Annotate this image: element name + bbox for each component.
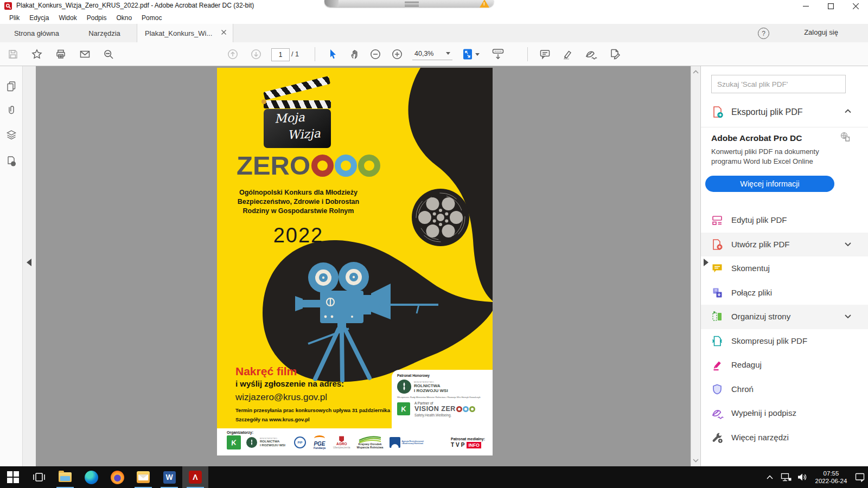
arimr-icon bbox=[390, 437, 400, 448]
film-reel-icon bbox=[412, 189, 469, 246]
poster-subtitle: Ogólnopolski Konkurs dla Młodzieży Bezpi… bbox=[222, 188, 374, 216]
window-title: Plakat_Konkurs_Wizja_Zero_KRUS_2022.pdf … bbox=[16, 2, 254, 9]
hand-tool-icon[interactable] bbox=[346, 46, 363, 62]
next-page-icon[interactable] bbox=[247, 46, 265, 62]
select-tool-icon[interactable] bbox=[324, 46, 342, 62]
collapse-left-arrow-icon[interactable] bbox=[27, 259, 31, 266]
export-pdf-icon bbox=[711, 106, 724, 119]
acrobat-button[interactable]: Λ bbox=[182, 466, 208, 488]
chevron-down-icon[interactable] bbox=[844, 242, 852, 247]
export-pdf-row[interactable]: Eksportuj plik PDF bbox=[701, 101, 868, 125]
help-icon[interactable]: ? bbox=[758, 28, 769, 39]
menu-pomoc[interactable]: Pomoc bbox=[137, 14, 167, 22]
left-pane-collapse-strip[interactable] bbox=[23, 66, 36, 466]
zoom-level-dropdown[interactable]: 40,3% bbox=[412, 47, 452, 60]
mail-client-button[interactable] bbox=[130, 466, 156, 488]
tab-tools[interactable]: Narzędzia bbox=[73, 24, 136, 42]
email-icon[interactable] bbox=[76, 46, 93, 62]
tool-combine-files[interactable]: Połącz pliki bbox=[701, 281, 868, 305]
more-info-button[interactable]: Więcej informacji bbox=[705, 176, 834, 192]
tool-compress-pdf[interactable]: Skompresuj plik PDF bbox=[701, 329, 868, 354]
edge-button[interactable] bbox=[78, 466, 104, 488]
layers-icon[interactable] bbox=[5, 129, 17, 141]
zoom-in-icon[interactable] bbox=[388, 46, 406, 62]
compress-pdf-icon bbox=[711, 335, 723, 347]
close-button[interactable] bbox=[843, 0, 868, 12]
tools-panel: Eksportuj plik PDF Adobe Acrobat Pro DC … bbox=[700, 66, 868, 466]
fill-sign-tool-icon[interactable] bbox=[583, 46, 600, 62]
acrobat-app-icon bbox=[4, 2, 12, 10]
comment-tool-icon[interactable] bbox=[536, 46, 553, 62]
taskbar-clock[interactable]: 07:55 2022-06-24 bbox=[810, 470, 852, 485]
search-icon[interactable] bbox=[100, 46, 117, 62]
page-number-input[interactable] bbox=[271, 48, 290, 61]
start-button[interactable] bbox=[0, 466, 26, 488]
zoom-caret-icon bbox=[446, 52, 450, 55]
network-icon[interactable] bbox=[778, 466, 794, 488]
tool-edit-pdf[interactable]: Edytuj plik PDF bbox=[701, 208, 868, 233]
star-icon[interactable] bbox=[28, 46, 46, 62]
print-icon[interactable] bbox=[52, 46, 69, 62]
tool-more-tools[interactable]: Więcej narzędzi bbox=[701, 426, 868, 450]
tool-fill-sign[interactable]: Wypełnij i podpisz bbox=[701, 401, 868, 426]
tab-close-icon[interactable] bbox=[221, 30, 226, 35]
sign-in-link[interactable]: Zaloguj się bbox=[804, 28, 838, 36]
poster-cta-headline: Nakręć film bbox=[235, 365, 297, 378]
tray-expand-icon[interactable] bbox=[762, 466, 778, 488]
tool-create-pdf[interactable]: Utwórz plik PDF bbox=[701, 233, 868, 257]
scrolling-mode-icon[interactable] bbox=[489, 46, 507, 62]
tool-redact[interactable]: Redaguj bbox=[701, 353, 868, 377]
volume-icon[interactable] bbox=[794, 466, 810, 488]
kowr-arcs-icon bbox=[358, 436, 382, 443]
tool-organize-pages[interactable]: Organizuj strony bbox=[701, 305, 868, 329]
menu-okno[interactable]: Okno bbox=[111, 14, 137, 22]
firefox-button[interactable] bbox=[104, 466, 130, 488]
tool-protect[interactable]: Chroń bbox=[701, 377, 868, 402]
minimize-button[interactable] bbox=[793, 0, 818, 12]
tools-search-input[interactable] bbox=[711, 75, 846, 93]
save-icon[interactable] bbox=[4, 46, 22, 62]
edit-pdf-icon bbox=[711, 214, 723, 226]
action-center-icon[interactable] bbox=[852, 466, 868, 488]
tab-home[interactable]: Strona główna bbox=[0, 24, 73, 42]
chevron-down-icon[interactable] bbox=[844, 314, 852, 319]
patronage-panel: Patronat Honorowy MINISTERSTWO ROLNICTWA… bbox=[392, 370, 493, 428]
scroll-down-icon[interactable] bbox=[692, 458, 699, 463]
clapperboard: Moja Wizja bbox=[264, 109, 331, 148]
zero-logo: ZERO bbox=[237, 152, 380, 179]
navigation-pane-rail: i bbox=[0, 66, 23, 466]
edit-page-tool-icon[interactable] bbox=[607, 46, 624, 62]
highlight-tool-icon[interactable] bbox=[559, 46, 576, 62]
tab-document[interactable]: Plakat_Konkurs_Wi... bbox=[137, 24, 233, 42]
vertical-scrollbar[interactable] bbox=[691, 66, 700, 466]
mail-icon bbox=[137, 471, 150, 483]
tab-bar: Strona główna Narzędzia Plakat_Konkurs_W… bbox=[0, 24, 868, 43]
protect-shield-icon bbox=[711, 383, 723, 395]
document-area[interactable]: Moja Wizja ZERO Ogólnopolski Konkurs dla… bbox=[36, 66, 691, 466]
maximize-button[interactable] bbox=[818, 0, 843, 12]
word-button[interactable]: W bbox=[156, 466, 182, 488]
fit-page-dropdown[interactable] bbox=[460, 46, 482, 62]
chevron-up-icon[interactable] bbox=[844, 108, 852, 113]
page-thumbnails-icon[interactable] bbox=[5, 80, 17, 92]
document-info-icon[interactable]: i bbox=[5, 155, 17, 167]
scroll-up-icon[interactable] bbox=[692, 69, 699, 74]
zoom-out-icon[interactable] bbox=[367, 46, 384, 62]
subtitle-line3: Rodziny w Gospodarstwie Rolnym bbox=[222, 207, 374, 216]
task-view-button[interactable] bbox=[26, 466, 52, 488]
menu-edycja[interactable]: Edycja bbox=[24, 14, 54, 22]
menu-podpis[interactable]: Podpis bbox=[82, 14, 112, 22]
media-patronage-label: Patronat medialny: bbox=[451, 437, 485, 441]
organize-pages-icon bbox=[711, 311, 723, 323]
file-explorer-button[interactable] bbox=[52, 466, 78, 488]
clapper-bottom-bar-icon bbox=[264, 100, 331, 108]
screen-overlay-handle[interactable]: ! bbox=[324, 0, 494, 7]
ministry-logo: MINISTERSTWO ROLNICTWA I ROZWOJU WSI bbox=[246, 437, 285, 448]
tool-comment[interactable]: Skomentuj bbox=[701, 256, 868, 281]
attachments-icon[interactable] bbox=[5, 104, 17, 116]
menu-plik[interactable]: Plik bbox=[4, 14, 24, 22]
menu-widok[interactable]: Widok bbox=[54, 14, 81, 22]
previous-page-icon[interactable] bbox=[224, 46, 241, 62]
ministry-line2: I ROZWOJU WSI bbox=[414, 388, 448, 393]
zero-logo-text: ZERO bbox=[237, 152, 310, 179]
